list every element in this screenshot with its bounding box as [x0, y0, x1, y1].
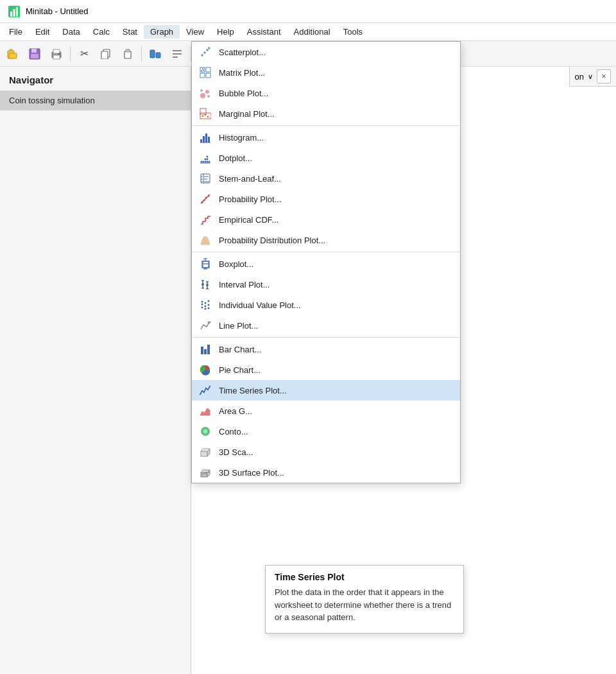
svg-point-111 — [207, 389, 209, 390]
svg-point-63 — [209, 161, 210, 163]
menu-bar: File Edit Data Calc Stat Graph View Help… — [0, 23, 616, 41]
3d-surface-label: 3D Surface Plot... — [219, 468, 451, 478]
menu-data[interactable]: Data — [56, 25, 86, 39]
graph-dropdown-menu: Scatterplot... Matrix Plot... — [191, 41, 461, 483]
panel-dropdown-icon[interactable]: ∨ — [588, 73, 593, 81]
ecdf-icon — [198, 212, 212, 227]
svg-point-108 — [201, 390, 203, 392]
svg-point-96 — [205, 302, 207, 304]
boxplot-icon — [198, 257, 212, 271]
prob-dist-label: Probability Distribution Plot... — [219, 236, 451, 245]
print-button[interactable] — [46, 44, 67, 64]
menu-item-empirical-cdf[interactable]: Empirical CDF... — [192, 209, 460, 230]
timeseries-icon — [198, 383, 212, 397]
svg-point-56 — [201, 161, 203, 163]
line-plot-label: Line Plot... — [219, 321, 451, 331]
paste-button[interactable] — [117, 44, 138, 64]
svg-rect-52 — [203, 136, 205, 143]
svg-point-69 — [201, 181, 203, 182]
menu-item-bar-chart[interactable]: Bar Chart... — [192, 339, 460, 359]
areagraph-icon — [198, 404, 212, 418]
svg-point-59 — [205, 159, 207, 160]
svg-point-61 — [207, 159, 209, 160]
svg-point-109 — [203, 392, 205, 393]
menu-item-matrix-plot[interactable]: Matrix Plot... — [192, 62, 460, 83]
menu-assistant[interactable]: Assistant — [241, 25, 287, 39]
menu-item-area-graph[interactable]: Area G... — [192, 401, 460, 421]
menu-item-boxplot[interactable]: Boxplot... — [192, 254, 460, 274]
svg-point-75 — [203, 200, 205, 202]
menu-item-bubble-plot[interactable]: Bubble Plot... — [192, 83, 460, 103]
tooltip-body: Plot the data in the order that it appea… — [275, 586, 454, 624]
probability-plot-label: Probability Plot... — [219, 194, 451, 204]
svg-rect-5 — [9, 53, 17, 58]
open-button[interactable] — [3, 44, 23, 64]
indval-label: Individual Value Plot... — [219, 300, 451, 310]
svg-rect-17 — [150, 50, 155, 58]
svg-point-67 — [201, 176, 203, 177]
panel-close-button[interactable]: × — [597, 69, 611, 83]
svg-point-110 — [205, 388, 207, 389]
navigator-title: Navigator — [0, 67, 191, 91]
menu-item-scatterplot[interactable]: Scatterplot... — [192, 42, 460, 62]
menu-item-prob-dist-plot[interactable]: Probability Distribution Plot... — [192, 230, 460, 250]
dotplot-label: Dotplot... — [219, 153, 451, 163]
svg-rect-11 — [53, 55, 60, 59]
svg-point-48 — [202, 116, 203, 117]
toolbar-sep2 — [141, 46, 142, 62]
app-title: Minitab - Untitled — [26, 6, 89, 16]
separator-1 — [192, 125, 460, 126]
menu-additional[interactable]: Additional — [287, 25, 337, 39]
svg-point-30 — [204, 52, 205, 53]
cut-button[interactable]: ✂ — [74, 44, 94, 64]
menu-item-3d-scatter[interactable]: 3D Sca... — [192, 442, 460, 462]
svg-point-49 — [205, 114, 206, 116]
menu-item-time-series-plot[interactable]: Time Series Plot... — [192, 380, 460, 401]
svg-point-92 — [206, 284, 209, 286]
piechart-icon — [198, 363, 212, 377]
histogram-icon — [198, 130, 212, 144]
navigator-panel: Navigator Coin tossing simulation — [0, 67, 191, 674]
menu-item-contour[interactable]: Conto... — [192, 421, 460, 442]
dotplot-icon — [198, 151, 212, 165]
nav-item-coin-tossing[interactable]: Coin tossing simulation — [0, 91, 191, 110]
copy-button[interactable] — [96, 44, 116, 64]
svg-rect-18 — [156, 53, 160, 58]
contour-icon — [198, 424, 212, 438]
pie-chart-label: Pie Chart... — [219, 365, 451, 375]
menu-item-line-plot[interactable]: Line Plot... — [192, 315, 460, 336]
histogram-label: Histogram... — [219, 133, 451, 143]
menu-item-3d-surface[interactable]: 3D Surface Plot... — [192, 462, 460, 483]
menu-item-marginal-plot[interactable]: Marginal Plot... — [192, 103, 460, 124]
svg-rect-1 — [10, 12, 12, 17]
svg-rect-35 — [200, 67, 205, 72]
menu-item-probability-plot[interactable]: Probability Plot... — [192, 189, 460, 209]
svg-point-40 — [202, 68, 203, 69]
toolbar-btn-4[interactable] — [145, 44, 166, 64]
svg-point-68 — [201, 178, 203, 180]
menu-edit[interactable]: Edit — [29, 25, 56, 39]
svg-point-94 — [201, 304, 203, 306]
svg-rect-15 — [124, 51, 131, 58]
menu-item-stem-and-leaf[interactable]: Stem-and-Leaf... — [192, 168, 460, 189]
menu-view[interactable]: View — [180, 25, 210, 39]
svg-rect-104 — [204, 349, 207, 354]
svg-point-62 — [207, 156, 209, 158]
menu-item-pie-chart[interactable]: Pie Chart... — [192, 359, 460, 380]
bubble-plot-label: Bubble Plot... — [219, 89, 451, 98]
toolbar-btn-5[interactable] — [167, 44, 187, 64]
menu-help[interactable]: Help — [210, 25, 241, 39]
menu-file[interactable]: File — [3, 25, 29, 39]
svg-rect-2 — [13, 9, 15, 17]
menu-calc[interactable]: Calc — [87, 25, 116, 39]
save-button[interactable] — [24, 44, 45, 64]
menu-item-dotplot[interactable]: Dotplot... — [192, 148, 460, 168]
menu-tools[interactable]: Tools — [337, 25, 369, 39]
menu-stat[interactable]: Stat — [116, 25, 144, 39]
svg-rect-54 — [208, 137, 210, 143]
menu-item-interval-plot[interactable]: Interval Plot... — [192, 274, 460, 295]
menu-graph[interactable]: Graph — [144, 25, 180, 39]
menu-item-histogram[interactable]: Histogram... — [192, 127, 460, 148]
menu-item-individual-value-plot[interactable]: Individual Value Plot... — [192, 295, 460, 315]
3dscatter-icon — [198, 445, 212, 459]
